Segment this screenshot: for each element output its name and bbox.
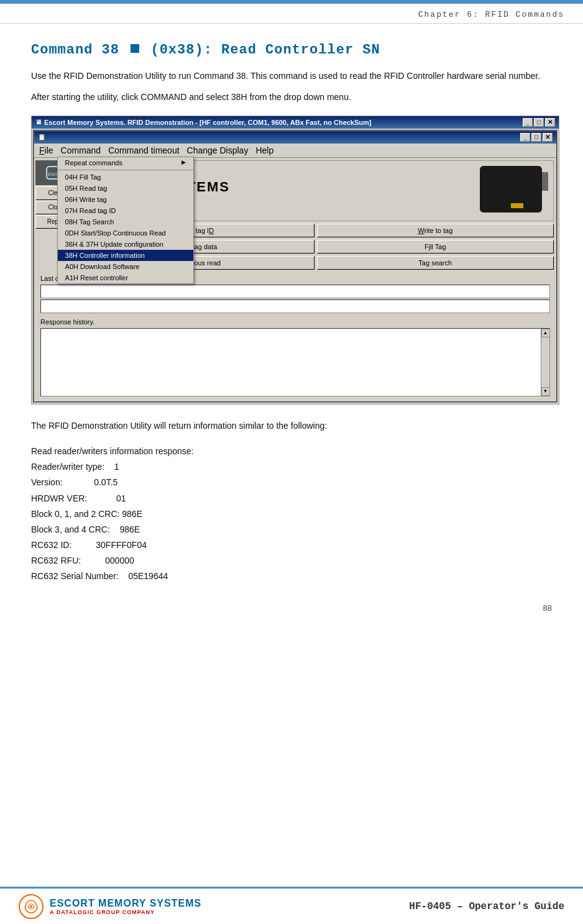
inner-minimize-btn[interactable]: _ bbox=[520, 133, 530, 142]
rc632-rfu-label: RC632 RFU: bbox=[31, 556, 81, 565]
dropdown-item-38h[interactable]: 38H Controller information bbox=[58, 250, 193, 261]
dropdown-item-05h[interactable]: 05H Read tag bbox=[58, 183, 193, 194]
response-scrollbar[interactable]: ▲ ▼ bbox=[541, 329, 549, 396]
inner-restore-btn[interactable]: □ bbox=[531, 133, 541, 142]
box-icon bbox=[131, 44, 139, 53]
footer-company-name: ESCORT MEMORY SYSTEMS bbox=[50, 898, 201, 909]
body-text-2: After starting the utility, click COMMAN… bbox=[31, 90, 552, 104]
menu-command-wrapper[interactable]: Command Repeat commands 04H Fill Tag 05H… bbox=[57, 144, 105, 157]
footer-spacer bbox=[0, 619, 583, 662]
menu-file-wrapper: File bbox=[35, 144, 57, 157]
body-text-1: Use the RFID Demonstration Utility to ru… bbox=[31, 69, 552, 83]
version-value: 0.0T.5 bbox=[94, 477, 117, 487]
inner-window: 📋 _ □ ✕ File Command bbox=[33, 130, 558, 403]
main-content: Command 38 (0x38): Read Controller SN Us… bbox=[0, 24, 583, 597]
screenshot-container: 🖥 Escort Memory Systems. RFID Demonstrat… bbox=[31, 116, 559, 405]
response-line2: Reader/writer type: 1 bbox=[31, 459, 552, 475]
menu-command[interactable]: Command bbox=[57, 144, 105, 157]
dropdown-item-0dh[interactable]: 0DH Start/Stop Continuous Read bbox=[58, 227, 193, 239]
footer-logo-circle bbox=[19, 894, 44, 919]
dropdown-item-36h[interactable]: 36H & 37H Update configuration bbox=[58, 239, 193, 250]
win-titlebar-outer: 🖥 Escort Memory Systems. RFID Demonstrat… bbox=[32, 116, 559, 129]
btn-fill-tag[interactable]: Fill Tag bbox=[317, 240, 554, 254]
response-line8: RC632 RFU: 000000 bbox=[31, 553, 552, 569]
win-titlebar-left: 🖥 Escort Memory Systems. RFID Demonstrat… bbox=[35, 119, 372, 126]
footer-product-name: HF-0405 – Operator's Guide bbox=[409, 901, 564, 912]
chapter-header: Chapter 6: RFID Commands bbox=[0, 4, 583, 24]
dropdown-item-repeat[interactable]: Repeat commands bbox=[58, 157, 193, 168]
rc632-rfu-value: 000000 bbox=[105, 556, 134, 565]
rc632-sn-label: RC632 Serial Number: bbox=[31, 571, 119, 581]
device-led bbox=[511, 203, 523, 208]
menu-display[interactable]: Change Display bbox=[183, 144, 252, 157]
scrollbar-down[interactable]: ▼ bbox=[541, 387, 550, 396]
dropdown-item-04h[interactable]: 04H Fill Tag bbox=[58, 172, 193, 183]
last-command-input[interactable] bbox=[40, 285, 550, 298]
inner-window-icon: 📋 bbox=[38, 134, 45, 140]
inner-title-left: 📋 bbox=[38, 134, 48, 140]
scrollbar-up[interactable]: ▲ bbox=[541, 329, 550, 337]
win-titlebar-inner: 📋 _ □ ✕ bbox=[34, 131, 556, 144]
footer-company-info: ESCORT MEMORY SYSTEMS A DATALOGIC GROUP … bbox=[50, 898, 201, 915]
dropdown-item-a0h[interactable]: A0H Download Software bbox=[58, 261, 193, 272]
dropdown-sep-1 bbox=[58, 170, 193, 170]
response-history-label: Response history. bbox=[38, 317, 553, 327]
dropdown-item-07h[interactable]: 07H Read tag ID bbox=[58, 205, 193, 216]
block34-value: 986E bbox=[119, 524, 140, 534]
response-line6: Block 3, and 4 CRC: 986E bbox=[31, 522, 552, 537]
btn-write-to-tag[interactable]: Write to tag bbox=[317, 224, 554, 237]
rc632-sn-value: 05E19644 bbox=[128, 571, 168, 581]
menu-timeout[interactable]: Command timeout bbox=[104, 144, 183, 157]
svg-point-1 bbox=[30, 905, 32, 908]
hrdwr-value: 01 bbox=[116, 493, 126, 503]
inner-close-btn[interactable]: ✕ bbox=[543, 133, 553, 142]
win-minimize-btn[interactable]: _ bbox=[523, 118, 533, 127]
app-menubar: File Command Repeat commands 04H Fill Ta… bbox=[34, 144, 556, 158]
rw-type-value: 1 bbox=[114, 462, 119, 472]
last-command-input2[interactable] bbox=[40, 300, 550, 313]
inner-title-btns[interactable]: _ □ ✕ bbox=[520, 133, 553, 142]
win-titlebar-btns[interactable]: _ □ ✕ bbox=[523, 118, 555, 127]
footer-company-sub: A DATALOGIC GROUP COMPANY bbox=[50, 909, 201, 915]
rc632-id-value: 30FFFF0F04 bbox=[96, 540, 147, 550]
response-line1: Read reader/writers information response… bbox=[31, 444, 552, 459]
dropdown-item-06h[interactable]: 06H Write tag bbox=[58, 194, 193, 205]
rc632-id-label: RC632 ID: bbox=[31, 540, 71, 550]
response-line4: HRDWR VER: 01 bbox=[31, 491, 552, 506]
version-label: Version: bbox=[31, 477, 63, 487]
device-cable bbox=[542, 172, 548, 191]
response-line9: RC632 Serial Number: 05E19644 bbox=[31, 569, 552, 584]
response-line5: Block 0, 1, and 2 CRC: 986E bbox=[31, 506, 552, 522]
response-line3: Version: 0.0T.5 bbox=[31, 475, 552, 490]
menu-file[interactable]: File bbox=[35, 144, 57, 157]
response-history-box[interactable]: ▲ ▼ bbox=[40, 328, 550, 396]
footer: ESCORT MEMORY SYSTEMS A DATALOGIC GROUP … bbox=[0, 887, 583, 924]
page-number: 88 bbox=[0, 597, 583, 619]
menu-help[interactable]: Help bbox=[252, 144, 277, 157]
win-title-text: Escort Memory Systems. RFID Demonstratio… bbox=[44, 119, 372, 126]
dropdown-item-a1h[interactable]: A1H Reset controller bbox=[58, 272, 193, 283]
hrdwr-label: HRDWR VER: bbox=[31, 493, 87, 503]
page-number-text: 88 bbox=[543, 603, 552, 613]
response-history-section: Response history. ▲ ▼ bbox=[34, 316, 556, 401]
chapter-header-text: Chapter 6: RFID Commands bbox=[418, 10, 564, 19]
rfid-device bbox=[480, 166, 548, 216]
footer-logo-left: ESCORT MEMORY SYSTEMS A DATALOGIC GROUP … bbox=[19, 894, 201, 919]
response-intro: The RFID Demonstration Utility will retu… bbox=[31, 418, 552, 434]
rw-type-label: Reader/writer type: bbox=[31, 462, 104, 472]
win-maximize-btn[interactable]: □ bbox=[534, 118, 544, 127]
command-title: Command 38 (0x38): Read Controller SN bbox=[31, 42, 552, 58]
dropdown-item-08h[interactable]: 08H Tag Search bbox=[58, 216, 193, 227]
ems-logo-svg bbox=[24, 899, 39, 914]
btn-tag-search[interactable]: Tag search bbox=[317, 256, 554, 270]
win-close-btn[interactable]: ✕ bbox=[545, 118, 555, 127]
command-dropdown: Repeat commands 04H Fill Tag 05H Read ta… bbox=[57, 157, 194, 284]
response-line7: RC632 ID: 30FFFF0F04 bbox=[31, 537, 552, 553]
window-icon: 🖥 bbox=[35, 119, 42, 126]
block34-label: Block 3, and 4 CRC: bbox=[31, 524, 110, 534]
response-data: The RFID Demonstration Utility will retu… bbox=[31, 418, 552, 585]
